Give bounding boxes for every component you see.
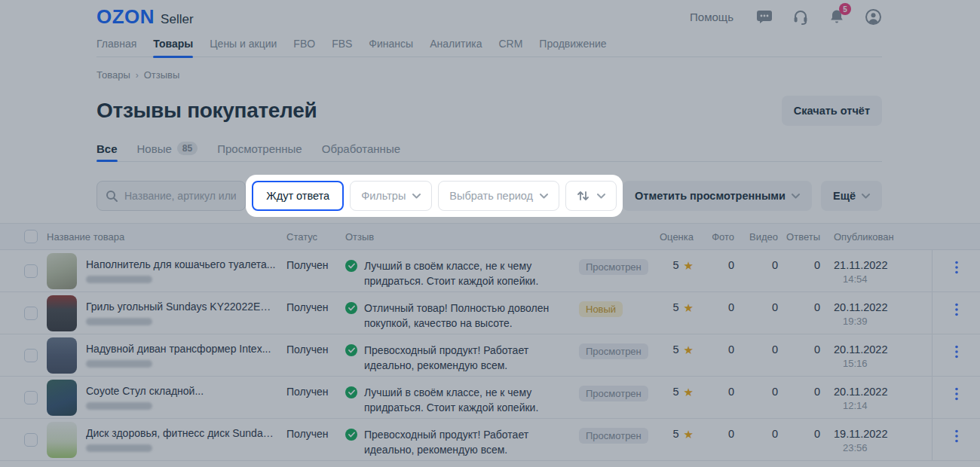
awaiting-reply-button[interactable]: Ждут ответа (252, 181, 344, 211)
row-checkbox[interactable] (24, 264, 38, 278)
chevron-down-icon (412, 194, 421, 199)
topbar: OZON Seller Помощь 5 (0, 0, 980, 33)
review-text: Отличный товар! Полностью доволен покупк… (364, 301, 559, 334)
table-row[interactable]: Гриль угольный Sundays KY22022EM,... Пол… (0, 292, 980, 334)
tab-viewed[interactable]: Просмотренные (217, 142, 302, 161)
mark-viewed-button[interactable]: Отметить просмотренными (623, 181, 812, 211)
header-rating: Оценка (650, 231, 698, 243)
video-count: 0 (740, 334, 784, 376)
notification-count-badge: 5 (839, 3, 851, 15)
answers-count: 0 (784, 250, 826, 291)
product-name: Coyote Стул складной... (86, 385, 204, 397)
breadcrumb-tovary[interactable]: Товары (96, 69, 130, 81)
notifications-bell-icon[interactable]: 5 (828, 8, 845, 25)
nav-item-crm[interactable]: CRM (498, 33, 522, 56)
row-menu-kebab-icon[interactable] (955, 387, 958, 401)
table-row[interactable]: Coyote Стул складной... Получен Лучший в… (0, 377, 980, 419)
nav-item-analitika[interactable]: Аналитика (430, 33, 482, 56)
received-check-icon (345, 260, 357, 272)
nav-item-fbo[interactable]: FBO (293, 33, 315, 56)
published-time: 15:16 (843, 358, 932, 369)
published-time: 23:56 (843, 442, 932, 453)
row-menu-kebab-icon[interactable] (955, 429, 958, 443)
tab-processed[interactable]: Обработанные (322, 142, 400, 161)
rating-value: 5 (672, 301, 678, 334)
nav-item-fbs[interactable]: FBS (332, 33, 352, 56)
row-menu-kebab-icon[interactable] (955, 345, 958, 359)
status-text: Получен (286, 377, 345, 418)
row-menu-kebab-icon[interactable] (955, 261, 958, 274)
chevron-down-icon (862, 194, 870, 199)
main-nav: Главная Товары Цены и акции FBO FBS Фина… (96, 33, 882, 57)
table-row[interactable]: Надувной диван трансформер Intex... Полу… (0, 334, 980, 377)
toolbar: Ждут ответа Фильтры Выбрать период Отмет… (96, 175, 882, 217)
more-button[interactable]: Ещё (821, 181, 882, 211)
rating-value: 5 (672, 428, 678, 460)
received-check-icon (345, 429, 357, 441)
received-check-icon (345, 386, 357, 398)
review-status-badge: Просмотрен (579, 428, 648, 444)
product-image (47, 422, 77, 458)
breadcrumb-otzyvy[interactable]: Отзывы (144, 69, 180, 81)
star-icon: ★ (684, 302, 694, 334)
tab-new[interactable]: Новые85 (137, 142, 198, 161)
filters-button[interactable]: Фильтры (350, 181, 432, 211)
header-review: Отзыв (345, 231, 565, 243)
star-icon: ★ (684, 386, 694, 418)
tab-new-count-badge: 85 (177, 142, 198, 155)
help-link[interactable]: Помощь (690, 11, 733, 23)
tutorial-spotlight: Ждут ответа Фильтры Выбрать период (246, 175, 623, 217)
published-date: 20.11.2022 (834, 386, 932, 398)
select-all-checkbox[interactable] (24, 230, 38, 243)
ozon-logo-text: OZON (96, 5, 155, 29)
sort-arrows-icon (577, 190, 590, 202)
published-date: 20.11.2022 (834, 343, 932, 356)
chat-icon[interactable] (756, 8, 773, 25)
tab-all[interactable]: Все (96, 142, 118, 161)
product-image (47, 253, 77, 289)
table-row[interactable]: Наполнитель для кошачьего туалета... Пол… (0, 250, 980, 292)
video-count: 0 (740, 377, 784, 418)
topbar-actions: Помощь 5 (690, 8, 882, 26)
nav-item-tovary[interactable]: Товары (153, 33, 193, 56)
table-row-partial (0, 461, 980, 467)
search-input[interactable] (96, 181, 246, 211)
reviews-table: Название товара Статус Отзыв Оценка Фото… (0, 223, 980, 467)
review-status-badge: Новый (579, 301, 623, 317)
published-time: 14:54 (843, 273, 932, 285)
nav-item-finansy[interactable]: Финансы (369, 33, 413, 56)
product-image (47, 380, 77, 416)
nav-item-glavnaya[interactable]: Главная (96, 33, 136, 56)
table-header-row: Название товара Статус Отзыв Оценка Фото… (0, 223, 980, 250)
product-sku-redacted (86, 318, 152, 325)
nav-item-tseny-i-aktsii[interactable]: Цены и акции (210, 33, 277, 56)
support-headset-icon[interactable] (792, 8, 809, 25)
row-checkbox[interactable] (24, 307, 38, 320)
chevron-down-icon (792, 194, 800, 199)
header-product: Название товара (38, 231, 286, 243)
published-date: 19.11.2022 (834, 428, 932, 440)
review-text: Лучший в своём классе, не к чему придрат… (364, 386, 559, 418)
row-checkbox[interactable] (24, 349, 38, 362)
product-name: Гриль угольный Sundays KY22022EM,... (86, 301, 278, 313)
nav-item-prodvizhenie[interactable]: Продвижение (539, 33, 606, 56)
review-status-badge: Просмотрен (579, 386, 648, 401)
download-report-button[interactable]: Скачать отчёт (782, 96, 882, 126)
row-checkbox[interactable] (24, 391, 38, 404)
published-date: 21.11.2022 (834, 259, 932, 271)
profile-icon[interactable] (865, 8, 882, 26)
product-sku-redacted (86, 402, 152, 410)
table-row[interactable]: Диск здоровья, фитнесс диск Sundays... П… (0, 419, 980, 461)
product-sku-redacted (86, 360, 152, 368)
ozon-seller-logo[interactable]: OZON Seller (96, 5, 194, 29)
star-icon: ★ (684, 260, 694, 291)
received-check-icon (345, 302, 357, 314)
header-answers: Ответы (784, 231, 826, 243)
row-checkbox[interactable] (24, 433, 38, 447)
ozon-seller-app: OZON Seller Помощь 5 Главная Товары Цены… (0, 0, 980, 467)
row-menu-kebab-icon[interactable] (955, 303, 958, 316)
select-period-button[interactable]: Выбрать период (438, 181, 559, 211)
review-status-badge: Просмотрен (579, 259, 648, 275)
answers-count: 0 (784, 292, 826, 334)
sort-button[interactable] (565, 181, 617, 211)
